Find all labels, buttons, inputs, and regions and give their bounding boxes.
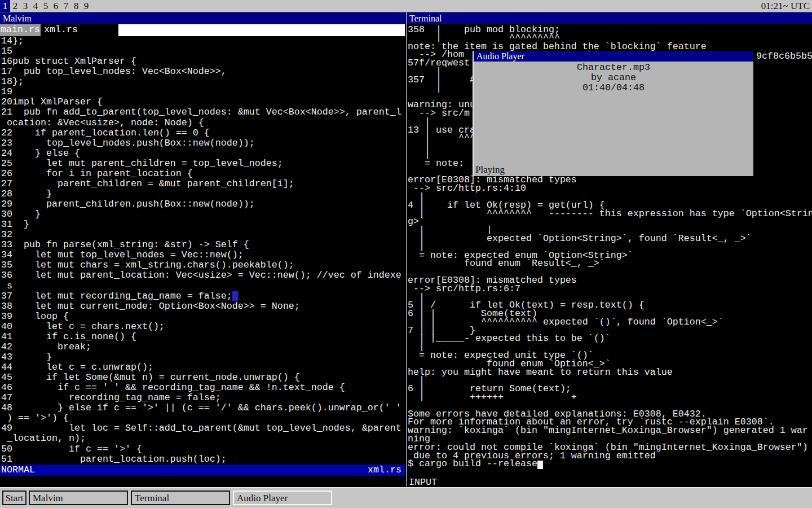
- audio-player-body: Character.mp3 by acane 01:40/04:48 Playi…: [474, 62, 753, 176]
- start-button[interactable]: Start: [2, 491, 27, 505]
- terminal-titlebar[interactable]: Terminal: [407, 12, 812, 24]
- workspace-6[interactable]: 6: [51, 0, 61, 12]
- task-button-list: MalvimTerminalAudio Player: [29, 491, 335, 505]
- workspace-7[interactable]: 7: [61, 0, 71, 12]
- malvim-titlebar[interactable]: Malvim: [0, 12, 405, 24]
- workspace-bar: 123456789 01:21~ UTC: [0, 0, 812, 12]
- track-artist: by acane: [474, 73, 753, 83]
- track-title: Character.mp3: [474, 63, 753, 73]
- workspace-1[interactable]: 1: [0, 0, 10, 12]
- taskbar-button-malvim[interactable]: Malvim: [29, 491, 128, 505]
- vim-statusline: NORMAL xml.rs: [0, 465, 405, 476]
- path-hash-fragment: 9cf8c6b5b5: [756, 51, 812, 62]
- workspace-8[interactable]: 8: [71, 0, 81, 12]
- workspace-3[interactable]: 3: [20, 0, 30, 12]
- vim-mode: NORMAL: [1, 465, 35, 476]
- workspace-list: 123456789: [0, 0, 91, 12]
- playback-status: Playing: [475, 164, 505, 176]
- workspace-4[interactable]: 4: [30, 0, 41, 12]
- terminal-cursor: [537, 461, 543, 469]
- tab-xml.rs[interactable]: xml.rs: [43, 24, 78, 36]
- editor-buffer[interactable]: 14}; 15 16pub struct XmlParser { 17 pub …: [1, 36, 401, 465]
- terminal-status: INPUT: [409, 477, 437, 488]
- workspace-9[interactable]: 9: [81, 0, 91, 12]
- editor-cursor: [232, 291, 238, 301]
- tab-main.rs[interactable]: main.rs: [0, 24, 41, 36]
- malvim-window: Malvim main.rsxml.rs 14}; 15 16pub struc…: [0, 12, 405, 487]
- tab-list: main.rsxml.rs: [0, 24, 118, 36]
- tabline: main.rsxml.rs: [0, 24, 405, 36]
- audio-player-titlebar[interactable]: Audio Player: [474, 51, 753, 62]
- taskbar-button-terminal[interactable]: Terminal: [131, 491, 230, 505]
- track-time: 01:40/04:48: [474, 83, 753, 93]
- vim-filename: xml.rs: [368, 465, 401, 476]
- workspace-5[interactable]: 5: [41, 0, 51, 12]
- track-info: Character.mp3 by acane 01:40/04:48: [474, 63, 753, 93]
- clock: 01:21~ UTC: [761, 0, 810, 12]
- vim-cmdline: [0, 476, 405, 487]
- desktop: 123456789 01:21~ UTC Malvim main.rsxml.r…: [0, 0, 812, 508]
- audio-player-window: Audio Player Character.mp3 by acane 01:4…: [473, 51, 753, 176]
- taskbar: Start MalvimTerminalAudio Player: [0, 487, 812, 508]
- workspace-2[interactable]: 2: [10, 0, 20, 12]
- taskbar-button-audio-player[interactable]: Audio Player: [233, 491, 332, 505]
